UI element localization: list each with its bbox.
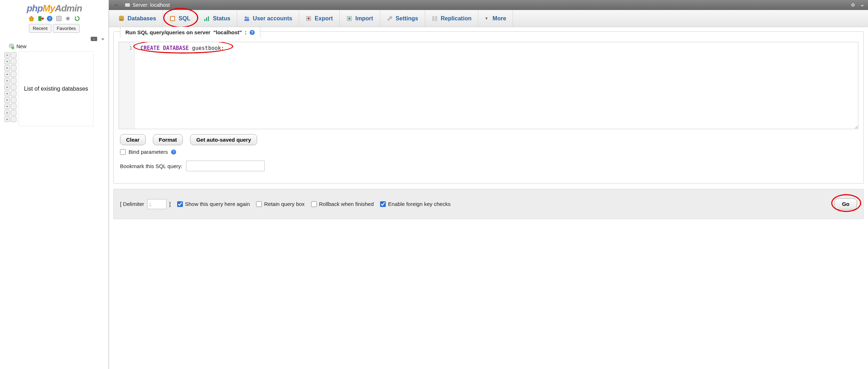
nav-collapse-row: – ⚭	[0, 34, 109, 41]
svg-point-24	[247, 17, 249, 19]
logout-icon[interactable]	[38, 15, 44, 22]
fk-checks-option[interactable]: Enable foreign key checks	[380, 201, 450, 207]
breadcrumb-server-name[interactable]: localhost	[150, 2, 170, 8]
sql-keyword-create: CREATE	[140, 45, 160, 51]
tree-expand-icon[interactable]: +	[4, 59, 10, 64]
help-icon[interactable]: ?	[171, 149, 176, 155]
svg-rect-28	[432, 16, 434, 21]
nav-toolbar: ?	[0, 15, 109, 24]
tree-doc-icon[interactable]	[11, 65, 16, 71]
collapse-tree-icon[interactable]: –	[91, 37, 97, 41]
logo-my: My	[43, 3, 55, 14]
tree-doc-icon[interactable]	[11, 59, 16, 64]
tree-expand-icon[interactable]: +	[4, 84, 10, 90]
svg-text:?: ?	[251, 31, 253, 35]
svg-rect-25	[244, 19, 249, 21]
home-icon[interactable]	[28, 15, 35, 22]
tree-doc-icon[interactable]	[11, 52, 16, 58]
db-list-placeholder: List of existing databases	[19, 51, 94, 126]
tab-status[interactable]: Status	[197, 10, 237, 27]
tree-expand-icon[interactable]: +	[4, 97, 10, 103]
svg-point-14	[852, 4, 854, 6]
svg-rect-12	[125, 4, 130, 6]
svg-rect-22	[208, 16, 209, 21]
svg-point-23	[245, 16, 247, 19]
gear-icon[interactable]	[65, 15, 71, 22]
rollback-checkbox[interactable]	[311, 201, 317, 207]
collapse-top-icon[interactable]	[859, 2, 865, 8]
sql-nav-icon[interactable]	[56, 15, 62, 22]
link-icon[interactable]: ⚭	[100, 36, 105, 41]
rollback-option[interactable]: Rollback when finished	[311, 201, 374, 207]
sql-editor[interactable]: 1 CREATE DATABASE guestbook;	[119, 42, 858, 129]
tab-more[interactable]: ▼ More	[478, 10, 513, 27]
show-again-checkbox[interactable]	[177, 201, 183, 207]
sql-icon	[169, 15, 176, 22]
tab-settings[interactable]: Settings	[380, 10, 425, 27]
nav-new-database[interactable]: + New	[4, 43, 106, 51]
svg-point-6	[67, 18, 69, 20]
tab-user-accounts[interactable]: User accounts	[237, 10, 299, 27]
page-settings-icon[interactable]	[850, 2, 856, 8]
tree-expand-icon[interactable]: +	[4, 103, 10, 109]
show-again-option[interactable]: Show this query here again	[177, 201, 250, 207]
svg-rect-29	[435, 16, 437, 21]
retain-checkbox[interactable]	[256, 201, 262, 207]
tree-expand-icon[interactable]: +	[4, 65, 10, 71]
tree-doc-icon[interactable]	[11, 103, 16, 109]
tree-expand-icon[interactable]: +	[4, 116, 10, 122]
tree-doc-icon[interactable]	[11, 110, 16, 116]
tab-label: Settings	[396, 15, 418, 22]
svg-text:?: ?	[173, 150, 175, 154]
fk-checks-checkbox[interactable]	[380, 201, 386, 207]
tree-expand-icon[interactable]: +	[4, 110, 10, 116]
bookmark-label: Bookmark this SQL query:	[120, 163, 183, 169]
recent-tab[interactable]: Recent	[29, 24, 51, 33]
tree-doc-icon[interactable]	[11, 116, 16, 122]
tree-doc-icon[interactable]	[11, 91, 16, 96]
tree-doc-icon[interactable]	[11, 71, 16, 77]
svg-text:+: +	[12, 47, 14, 49]
server-icon	[125, 2, 130, 8]
tree-doc-icon[interactable]	[11, 84, 16, 90]
nav-back-icon[interactable]: ←	[112, 2, 122, 8]
docs-icon[interactable]: ?	[46, 15, 53, 22]
bind-parameters-checkbox[interactable]	[120, 149, 126, 155]
tree-expand-icon[interactable]: +	[4, 71, 10, 77]
svg-rect-20	[204, 19, 205, 21]
get-autosaved-button[interactable]: Get auto-saved query	[190, 134, 257, 145]
tab-label: More	[493, 15, 506, 22]
tab-export[interactable]: Export	[299, 10, 340, 27]
format-button[interactable]: Format	[153, 134, 183, 145]
svg-rect-4	[56, 16, 61, 21]
tab-replication[interactable]: Replication	[425, 10, 478, 27]
tree-doc-icon[interactable]	[11, 78, 16, 84]
bookmark-input[interactable]	[186, 161, 265, 171]
go-button[interactable]: Go	[834, 198, 857, 209]
tree-expand-icon[interactable]: +	[4, 78, 10, 84]
retain-option[interactable]: Retain query box	[256, 201, 304, 207]
tab-label: Databases	[128, 15, 156, 22]
tab-import[interactable]: Import	[340, 10, 380, 27]
nav-new-label: New	[16, 44, 26, 49]
tab-databases[interactable]: Databases	[112, 10, 163, 27]
clear-button[interactable]: Clear	[120, 134, 146, 145]
svg-marker-7	[75, 16, 76, 18]
tab-label: Status	[213, 15, 230, 22]
sql-keyword-database: DATABASE	[163, 45, 189, 51]
tree-expand-icon[interactable]: +	[4, 52, 10, 58]
retain-label: Retain query box	[264, 201, 304, 207]
db-list-placeholder-text: List of existing databases	[24, 86, 88, 92]
tree-expand-icon[interactable]: +	[4, 91, 10, 96]
favorites-tab[interactable]: Favorites	[53, 24, 80, 33]
users-icon	[244, 15, 250, 22]
tab-label: SQL	[179, 15, 190, 22]
tree-expand-column: + + + + + + + + + + +	[4, 51, 16, 122]
tree-doc-icon[interactable]	[11, 97, 16, 103]
breadcrumb-bar: ← Server: localhost	[109, 0, 868, 10]
delimiter-input[interactable]	[147, 199, 166, 209]
reload-icon[interactable]	[74, 15, 80, 22]
help-icon[interactable]: ?	[249, 30, 255, 35]
tab-sql[interactable]: SQL	[163, 10, 197, 27]
legend-server: "localhost"	[213, 29, 242, 35]
